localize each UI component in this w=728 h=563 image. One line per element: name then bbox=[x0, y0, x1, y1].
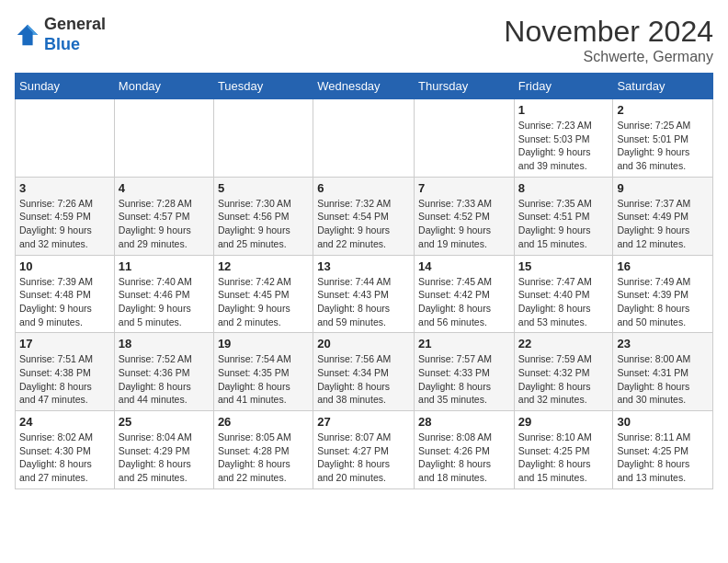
calendar-cell: 15Sunrise: 7:47 AM Sunset: 4:40 PM Dayli… bbox=[514, 255, 613, 333]
day-info: Sunrise: 7:30 AM Sunset: 4:56 PM Dayligh… bbox=[218, 197, 309, 251]
day-info: Sunrise: 8:10 AM Sunset: 4:25 PM Dayligh… bbox=[518, 431, 609, 485]
day-number: 17 bbox=[19, 337, 110, 350]
logo-icon bbox=[15, 22, 40, 48]
calendar-cell: 18Sunrise: 7:52 AM Sunset: 4:36 PM Dayli… bbox=[114, 333, 213, 411]
calendar-cell: 14Sunrise: 7:45 AM Sunset: 4:42 PM Dayli… bbox=[415, 255, 515, 333]
calendar-cell: 28Sunrise: 8:08 AM Sunset: 4:26 PM Dayli… bbox=[415, 411, 515, 489]
calendar-week-row: 24Sunrise: 8:02 AM Sunset: 4:30 PM Dayli… bbox=[16, 411, 713, 489]
day-number: 25 bbox=[119, 415, 210, 429]
day-info: Sunrise: 7:49 AM Sunset: 4:39 PM Dayligh… bbox=[617, 275, 709, 329]
calendar-cell bbox=[213, 99, 313, 178]
day-info: Sunrise: 7:47 AM Sunset: 4:40 PM Dayligh… bbox=[518, 275, 609, 329]
logo: General Blue bbox=[15, 15, 106, 54]
day-number: 26 bbox=[218, 415, 309, 429]
day-info: Sunrise: 7:33 AM Sunset: 4:52 PM Dayligh… bbox=[418, 197, 510, 251]
day-number: 5 bbox=[218, 181, 309, 195]
title-section: November 2024 Schwerte, Germany bbox=[504, 15, 713, 65]
calendar-cell: 29Sunrise: 8:10 AM Sunset: 4:25 PM Dayli… bbox=[514, 411, 613, 489]
day-info: Sunrise: 7:35 AM Sunset: 4:51 PM Dayligh… bbox=[518, 197, 609, 251]
calendar-cell: 17Sunrise: 7:51 AM Sunset: 4:38 PM Dayli… bbox=[16, 333, 115, 411]
calendar-week-row: 3Sunrise: 7:26 AM Sunset: 4:59 PM Daylig… bbox=[16, 177, 713, 255]
day-info: Sunrise: 7:23 AM Sunset: 5:03 PM Dayligh… bbox=[518, 119, 609, 173]
calendar-table: SundayMondayTuesdayWednesdayThursdayFrid… bbox=[15, 73, 713, 489]
day-number: 9 bbox=[617, 181, 709, 195]
day-number: 1 bbox=[518, 103, 609, 117]
calendar-week-row: 10Sunrise: 7:39 AM Sunset: 4:48 PM Dayli… bbox=[16, 255, 713, 333]
day-header-sunday: Sunday bbox=[16, 74, 115, 99]
calendar-body: 1Sunrise: 7:23 AM Sunset: 5:03 PM Daylig… bbox=[16, 99, 713, 489]
day-number: 19 bbox=[218, 337, 309, 350]
calendar-cell bbox=[313, 99, 415, 178]
calendar-cell: 24Sunrise: 8:02 AM Sunset: 4:30 PM Dayli… bbox=[16, 411, 115, 489]
day-number: 11 bbox=[119, 259, 210, 273]
day-info: Sunrise: 7:44 AM Sunset: 4:43 PM Dayligh… bbox=[317, 275, 410, 329]
day-info: Sunrise: 8:08 AM Sunset: 4:26 PM Dayligh… bbox=[418, 431, 510, 485]
calendar-week-row: 1Sunrise: 7:23 AM Sunset: 5:03 PM Daylig… bbox=[16, 99, 713, 178]
day-info: Sunrise: 8:02 AM Sunset: 4:30 PM Dayligh… bbox=[19, 431, 110, 485]
day-number: 14 bbox=[418, 259, 510, 273]
calendar-cell: 30Sunrise: 8:11 AM Sunset: 4:25 PM Dayli… bbox=[613, 411, 713, 489]
calendar-cell: 10Sunrise: 7:39 AM Sunset: 4:48 PM Dayli… bbox=[16, 255, 115, 333]
day-number: 2 bbox=[617, 103, 709, 117]
calendar-header-row: SundayMondayTuesdayWednesdayThursdayFrid… bbox=[16, 74, 713, 99]
calendar-cell: 20Sunrise: 7:56 AM Sunset: 4:34 PM Dayli… bbox=[313, 333, 415, 411]
day-number: 15 bbox=[518, 259, 609, 273]
location: Schwerte, Germany bbox=[504, 49, 713, 65]
day-header-thursday: Thursday bbox=[415, 74, 515, 99]
calendar-cell: 19Sunrise: 7:54 AM Sunset: 4:35 PM Dayli… bbox=[213, 333, 313, 411]
calendar-cell: 1Sunrise: 7:23 AM Sunset: 5:03 PM Daylig… bbox=[514, 99, 613, 178]
day-info: Sunrise: 8:05 AM Sunset: 4:28 PM Dayligh… bbox=[218, 431, 309, 485]
calendar-cell: 2Sunrise: 7:25 AM Sunset: 5:01 PM Daylig… bbox=[613, 99, 713, 178]
calendar-cell: 23Sunrise: 8:00 AM Sunset: 4:31 PM Dayli… bbox=[613, 333, 713, 411]
day-header-friday: Friday bbox=[514, 74, 613, 99]
day-number: 4 bbox=[119, 181, 210, 195]
day-info: Sunrise: 7:40 AM Sunset: 4:46 PM Dayligh… bbox=[119, 275, 210, 329]
day-number: 30 bbox=[617, 415, 709, 429]
calendar-cell: 6Sunrise: 7:32 AM Sunset: 4:54 PM Daylig… bbox=[313, 177, 415, 255]
calendar-cell: 4Sunrise: 7:28 AM Sunset: 4:57 PM Daylig… bbox=[114, 177, 213, 255]
day-number: 10 bbox=[19, 259, 110, 273]
day-number: 13 bbox=[317, 259, 410, 273]
calendar-cell: 5Sunrise: 7:30 AM Sunset: 4:56 PM Daylig… bbox=[213, 177, 313, 255]
day-info: Sunrise: 8:11 AM Sunset: 4:25 PM Dayligh… bbox=[617, 431, 709, 485]
calendar-cell: 13Sunrise: 7:44 AM Sunset: 4:43 PM Dayli… bbox=[313, 255, 415, 333]
day-header-monday: Monday bbox=[114, 74, 213, 99]
day-header-tuesday: Tuesday bbox=[213, 74, 313, 99]
day-info: Sunrise: 7:26 AM Sunset: 4:59 PM Dayligh… bbox=[19, 197, 110, 251]
day-info: Sunrise: 7:59 AM Sunset: 4:32 PM Dayligh… bbox=[518, 352, 609, 407]
calendar-cell: 21Sunrise: 7:57 AM Sunset: 4:33 PM Dayli… bbox=[415, 333, 515, 411]
day-header-wednesday: Wednesday bbox=[313, 74, 415, 99]
calendar-cell: 25Sunrise: 8:04 AM Sunset: 4:29 PM Dayli… bbox=[114, 411, 213, 489]
day-info: Sunrise: 7:54 AM Sunset: 4:35 PM Dayligh… bbox=[218, 352, 309, 407]
day-number: 3 bbox=[19, 181, 110, 195]
day-info: Sunrise: 7:52 AM Sunset: 4:36 PM Dayligh… bbox=[119, 352, 210, 407]
calendar-cell bbox=[16, 99, 115, 178]
calendar-cell: 12Sunrise: 7:42 AM Sunset: 4:45 PM Dayli… bbox=[213, 255, 313, 333]
day-info: Sunrise: 7:57 AM Sunset: 4:33 PM Dayligh… bbox=[418, 352, 510, 407]
calendar-cell: 11Sunrise: 7:40 AM Sunset: 4:46 PM Dayli… bbox=[114, 255, 213, 333]
day-info: Sunrise: 7:51 AM Sunset: 4:38 PM Dayligh… bbox=[19, 352, 110, 407]
day-number: 21 bbox=[418, 337, 510, 350]
calendar-cell bbox=[415, 99, 515, 178]
day-number: 16 bbox=[617, 259, 709, 273]
day-number: 18 bbox=[119, 337, 210, 350]
calendar-cell: 16Sunrise: 7:49 AM Sunset: 4:39 PM Dayli… bbox=[613, 255, 713, 333]
calendar-cell: 27Sunrise: 8:07 AM Sunset: 4:27 PM Dayli… bbox=[313, 411, 415, 489]
day-header-saturday: Saturday bbox=[613, 74, 713, 99]
day-info: Sunrise: 7:25 AM Sunset: 5:01 PM Dayligh… bbox=[617, 119, 709, 173]
calendar-cell: 9Sunrise: 7:37 AM Sunset: 4:49 PM Daylig… bbox=[613, 177, 713, 255]
day-number: 27 bbox=[317, 415, 410, 429]
day-info: Sunrise: 7:42 AM Sunset: 4:45 PM Dayligh… bbox=[218, 275, 309, 329]
day-info: Sunrise: 8:04 AM Sunset: 4:29 PM Dayligh… bbox=[119, 431, 210, 485]
day-number: 28 bbox=[418, 415, 510, 429]
day-number: 29 bbox=[518, 415, 609, 429]
day-number: 20 bbox=[317, 337, 410, 350]
calendar-cell: 3Sunrise: 7:26 AM Sunset: 4:59 PM Daylig… bbox=[16, 177, 115, 255]
day-number: 23 bbox=[617, 337, 709, 350]
month-title: November 2024 bbox=[504, 15, 713, 49]
day-number: 8 bbox=[518, 181, 609, 195]
day-info: Sunrise: 8:00 AM Sunset: 4:31 PM Dayligh… bbox=[617, 352, 709, 407]
calendar-cell: 26Sunrise: 8:05 AM Sunset: 4:28 PM Dayli… bbox=[213, 411, 313, 489]
day-number: 6 bbox=[317, 181, 410, 195]
day-info: Sunrise: 7:39 AM Sunset: 4:48 PM Dayligh… bbox=[19, 275, 110, 329]
